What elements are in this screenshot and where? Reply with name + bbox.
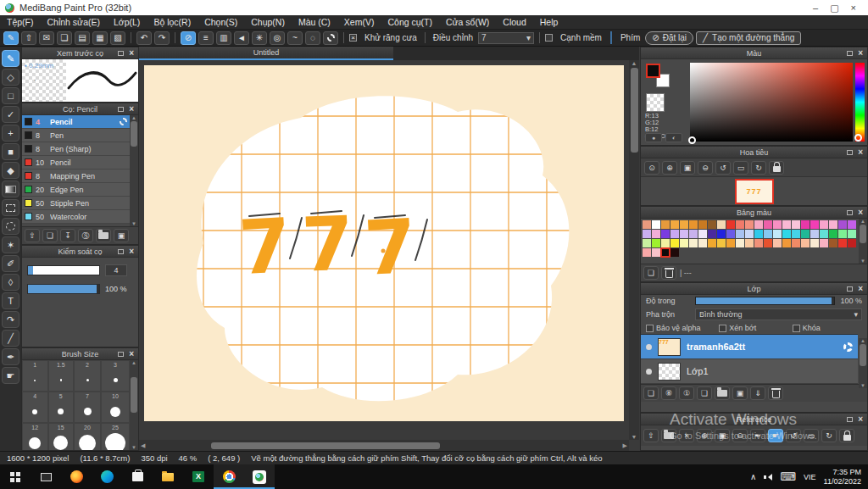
scrollbar-thumb[interactable] [211,442,440,449]
new-palette-color-button[interactable]: ❏ [643,266,659,280]
brush-tool[interactable]: ✎ [2,50,19,67]
brush-row[interactable]: 10 Pencil [22,156,130,169]
scrollbar-thumb[interactable] [131,377,137,413]
brush-control-header[interactable]: Kiểm soát cọ × [22,246,138,258]
color-swap-button[interactable]: ● [645,133,662,142]
snap-concentric-button[interactable]: ◎ [270,31,285,45]
brush-folder-button[interactable] [96,229,111,242]
palette-swatch[interactable] [680,230,688,238]
color-pick-button[interactable]: ◐ [665,133,682,142]
undo-button[interactable]: ↶ [136,31,152,45]
operation-tool[interactable]: ↷ [2,311,19,328]
marquee-tool[interactable]: □ [2,87,19,104]
palette-swatch[interactable] [736,230,744,238]
palette-swatch[interactable] [754,239,763,247]
select-rect-tool[interactable] [2,199,19,216]
menu-item[interactable]: Cửa sổ(W) [439,15,496,29]
close-icon[interactable]: × [129,247,134,257]
close-button[interactable]: × [851,3,856,14]
palette-swatch[interactable] [801,220,810,229]
ref-lock-button[interactable] [839,429,854,442]
popout-icon[interactable] [847,417,853,422]
dot-pen-tool[interactable]: ✓ [2,106,19,123]
firefox-icon[interactable] [61,464,92,489]
palette-swatch[interactable] [792,220,800,229]
tray-chevron-icon[interactable]: ∧ [750,472,756,481]
popout-icon[interactable] [847,150,853,155]
popout-icon[interactable] [118,352,124,357]
scroll-down-icon[interactable]: ▼ [632,434,637,440]
ref-zoom-in-button[interactable]: ⊕ [697,429,712,442]
palette-swatch[interactable] [661,248,670,257]
delete-palette-color-button[interactable] [661,266,676,280]
palette-swatch[interactable] [652,220,660,229]
palette-swatch[interactable] [726,239,735,247]
rotate-ccw-button[interactable]: ↺ [715,161,731,175]
palette-swatch[interactable] [792,239,800,247]
layer-row[interactable]: 777 tramanh6a2tt [641,335,858,359]
palette-swatch[interactable] [764,220,772,229]
palette-swatch[interactable] [782,239,791,247]
close-icon[interactable]: × [129,349,134,359]
ref-fit-button[interactable]: ▣ [715,429,730,442]
palette-swatch[interactable] [698,230,707,238]
merge-layer-button[interactable]: ⇓ [750,386,765,400]
palette-swatch[interactable] [708,239,716,247]
scroll-up-icon[interactable]: ▲ [131,360,136,365]
brush-row[interactable]: 8 Mapping Pen [22,169,130,183]
popout-icon[interactable] [847,51,853,56]
scroll-up-icon[interactable]: ▲ [860,219,865,224]
duplicate-layer-button[interactable]: ▣ [732,386,748,400]
palette-swatch[interactable] [820,230,828,238]
popout-icon[interactable] [118,249,124,254]
palette-swatch[interactable] [726,230,735,238]
palette-swatch[interactable] [643,220,651,229]
gear-icon[interactable] [120,118,127,125]
brush-size-cell[interactable]: 10 [101,392,130,423]
ref-eyedropper-button[interactable]: ✒ [750,429,765,442]
menu-item[interactable]: Bộ lọc(R) [147,15,198,29]
palette-swatch[interactable] [717,239,726,247]
make-line-button[interactable]: ╱ Tạo một đường thẳng [696,31,801,45]
excel-icon[interactable]: X [183,464,214,489]
scrollbar-thumb[interactable] [860,344,866,366]
palette-swatch[interactable] [782,220,791,229]
hue-marker[interactable] [854,134,862,142]
palette-swatch[interactable] [810,230,819,238]
brush-size-value[interactable]: 4 [105,264,127,276]
close-icon[interactable]: × [858,48,863,58]
palette-swatch[interactable] [838,239,847,247]
eraser-tool[interactable]: ◇ [2,69,19,86]
clipping-checkbox[interactable] [719,325,726,332]
paint-brush-button[interactable]: ✎ [3,31,19,45]
menu-item[interactable]: Chỉnh sửa(E) [41,15,107,29]
layer-folder-button[interactable] [715,386,730,400]
palette-swatch[interactable] [689,239,698,247]
halftone-layer-button[interactable]: ⑧ [661,386,676,400]
palette-swatch[interactable] [736,220,744,229]
palette-swatch[interactable] [689,230,698,238]
palette-swatch[interactable] [670,248,679,257]
brush-opacity-slider[interactable] [27,284,100,294]
snap-parallel-button[interactable]: ≡ [198,31,214,45]
palette-swatch[interactable] [838,230,847,238]
palette-swatch[interactable] [820,239,828,247]
palette-swatch[interactable] [652,230,660,238]
lasso-select-tool[interactable] [2,218,19,235]
palette-swatch[interactable] [829,220,837,229]
scrollbar-thumb[interactable] [860,225,866,243]
adjust-select[interactable]: 7 ▾ [478,32,534,44]
palette-swatch[interactable] [670,220,679,229]
close-icon[interactable]: × [858,284,863,294]
palette-swatch[interactable] [848,239,856,247]
canvas-horizontal-scrollbar[interactable]: ◀ ▶ [139,440,629,451]
palette-swatch[interactable] [698,239,707,247]
antialias-checkbox[interactable]: × [349,34,357,42]
brush-size-cell[interactable]: 12 [22,423,48,450]
comments-button[interactable]: ❏ [57,31,72,45]
menu-item[interactable]: Lớp(L) [107,15,147,29]
new-layer-button[interactable]: ❏ [643,386,659,400]
palette-swatch[interactable] [643,230,651,238]
brush-size-cell[interactable]: 1 [22,360,48,392]
blend-mode-select[interactable]: Bình thường ▾ [695,308,862,320]
